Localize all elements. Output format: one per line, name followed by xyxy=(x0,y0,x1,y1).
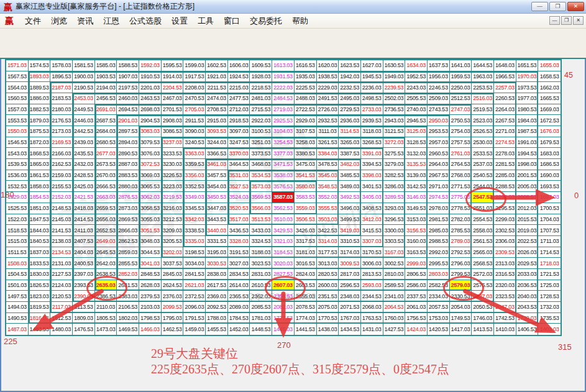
grid-cell: 1879.03 xyxy=(29,115,51,126)
menu-item-3[interactable]: 江恩 xyxy=(98,14,124,29)
menu-item-5[interactable]: 设置 xyxy=(167,14,193,29)
grid-cell: 2897.53 xyxy=(117,126,139,137)
grid-cell: 1725.03 xyxy=(538,280,561,291)
grid-cell: 1942.03 xyxy=(339,71,361,83)
grid-cell: 2204.53 xyxy=(162,82,184,93)
grid-cell: 3534.53 xyxy=(250,170,272,181)
grid-cell: 3345.53 xyxy=(183,203,206,214)
grid-cell: 3520.53 xyxy=(228,203,250,214)
grid-cell: 3020.03 xyxy=(272,258,295,269)
grid-cell: 2390.03 xyxy=(73,291,95,302)
grid-cell: 3352.53 xyxy=(183,181,206,192)
grid-cell: 2474.03 xyxy=(206,93,228,104)
grid-cell: 2894.03 xyxy=(117,137,139,148)
close-button[interactable]: ✕ xyxy=(567,2,584,11)
grid-cell: 3300.03 xyxy=(383,225,406,236)
grid-cell: 2971.03 xyxy=(428,181,450,192)
menu-item-8[interactable]: 交易委托 xyxy=(245,14,287,29)
grid-cell: 3121.53 xyxy=(383,126,406,137)
grid-cell: 3492.53 xyxy=(339,192,361,203)
grid-cell: 2733.03 xyxy=(361,104,383,116)
grid-cell: 2341.03 xyxy=(383,291,406,302)
grid-cell: 1567.53 xyxy=(6,71,29,83)
menu-item-6[interactable]: 工具 xyxy=(193,14,219,29)
grid-cell: 3342.03 xyxy=(183,214,206,226)
grid-cell: 1658.53 xyxy=(538,71,561,83)
grid-cell: 1655.03 xyxy=(538,60,561,71)
mdi-restore-button[interactable]: ❐ xyxy=(561,16,572,25)
grid-cell: 2624.53 xyxy=(162,280,184,291)
menu-item-7[interactable]: 窗口 xyxy=(219,14,245,29)
grid-cell: 1553.53 xyxy=(6,115,29,126)
menu-item-9[interactable]: 帮助 xyxy=(287,14,313,29)
grid-cell: 2442.53 xyxy=(73,126,95,137)
grid-cell: 1924.53 xyxy=(228,71,250,83)
grid-cell: 2659.53 xyxy=(95,203,117,214)
grid-cell: 2246.53 xyxy=(428,82,450,93)
menu-item-2[interactable]: 资讯 xyxy=(72,14,98,29)
grid-cell: 1931.53 xyxy=(272,71,295,83)
grid-cell: 1644.53 xyxy=(472,60,494,71)
grid-cell: 3303.53 xyxy=(383,236,406,247)
grid-cell: 2726.03 xyxy=(317,104,339,116)
grid-cell: 2873.03 xyxy=(117,203,139,214)
grid-cell: 2421.53 xyxy=(73,192,95,203)
maximize-button[interactable]: ❐ xyxy=(549,2,566,11)
angle-label-180: 180 xyxy=(1,190,14,199)
grid-cell: 1970.03 xyxy=(516,71,539,83)
grid-cell: 2803.03 xyxy=(428,269,450,280)
grid-cell: 2092.53 xyxy=(206,302,228,313)
grid-cell: 2631.53 xyxy=(117,280,139,291)
grid-cell: 2148.53 xyxy=(50,203,73,214)
grid-cell: 1907.03 xyxy=(117,71,139,83)
grid-cell: 2932.53 xyxy=(317,115,339,126)
grid-cell: 2036.53 xyxy=(516,280,539,291)
grid-cell: 1480.03 xyxy=(50,324,73,335)
menu-item-0[interactable]: 文件 xyxy=(20,14,46,29)
grid-cell: 1427.53 xyxy=(383,324,406,335)
minimize-button[interactable]: — xyxy=(531,2,548,11)
grid-cell: 1462.53 xyxy=(162,324,184,335)
grid-cell: 3499.53 xyxy=(339,214,361,226)
grid-cell: 2208.03 xyxy=(183,82,206,93)
annotation-title: 29号大盘关键位 xyxy=(151,345,238,362)
grid-cell: 3261.53 xyxy=(317,137,339,148)
grid-cell: 3307.03 xyxy=(361,236,383,247)
center-cell: 3587.03 xyxy=(272,192,295,203)
grid-cell: 3426.03 xyxy=(295,225,317,236)
mdi-close-button[interactable]: ✕ xyxy=(573,16,584,25)
grid-cell: 3573.03 xyxy=(250,181,272,192)
grid-cell: 2505.53 xyxy=(405,93,428,104)
grid-cell: 2173.03 xyxy=(50,126,73,137)
mdi-minimize-button[interactable]: — xyxy=(549,16,560,25)
grid-cell: 1487.03 xyxy=(6,324,29,335)
grid-cell: 2285.03 xyxy=(494,170,516,181)
grid-cell: 3030.53 xyxy=(206,258,228,269)
grid-cell: 2530.03 xyxy=(472,137,494,148)
grid-cell: 3051.53 xyxy=(139,225,162,236)
grid-cell: 3454.03 xyxy=(206,181,228,192)
grid-cell: 2106.53 xyxy=(117,302,139,313)
grid-cell: 1511.53 xyxy=(6,247,29,258)
grid-cell: 2747.03 xyxy=(450,104,472,116)
title-bar[interactable]: 赢 赢家江恩专业版[赢家服务平台] - [上证指数价格正方形] — ❐ ✕ xyxy=(0,0,586,14)
key-cell-315deg: 2579.03 xyxy=(450,280,472,291)
menu-item-4[interactable]: 公式选股 xyxy=(124,14,167,29)
grid-cell: 1613.03 xyxy=(272,60,295,71)
grid-cell: 2600.03 xyxy=(317,280,339,291)
grid-cell: 2432.03 xyxy=(73,159,95,170)
grid-cell: 1886.03 xyxy=(29,93,51,104)
grid-cell: 2110.03 xyxy=(95,302,117,313)
grid-cell: 2236.03 xyxy=(361,82,383,93)
grid-cell: 2540.53 xyxy=(472,170,494,181)
menu-item-1[interactable]: 浏览 xyxy=(46,14,72,29)
grid-cell: 2099.53 xyxy=(162,302,184,313)
grid-cell: 1704.03 xyxy=(538,214,561,226)
grid-cell: 1504.53 xyxy=(6,269,29,280)
grid-cell: 1714.53 xyxy=(538,247,561,258)
grid-cell: 3317.53 xyxy=(295,236,317,247)
grid-cell: 1805.53 xyxy=(95,313,117,324)
grid-cell: 2337.53 xyxy=(405,291,428,302)
grid-cell: 2169.53 xyxy=(50,137,73,148)
grid-cell: 3461.03 xyxy=(206,159,228,170)
